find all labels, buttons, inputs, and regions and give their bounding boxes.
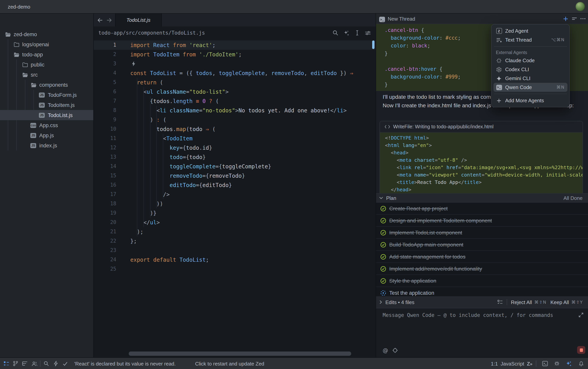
outline-panel-icon[interactable] — [20, 359, 30, 368]
chevron-down-icon — [379, 197, 383, 199]
task-done-check-icon — [380, 230, 386, 236]
tree-item-components[interactable]: components — [0, 80, 93, 90]
tree-item-app-js[interactable]: JSApp.js — [0, 130, 93, 140]
mention-context-icon[interactable]: @ — [383, 347, 388, 353]
panel-more-menu-icon[interactable] — [579, 14, 587, 24]
code-line-25: 25 — [94, 264, 375, 274]
new-thread-plus-icon[interactable] — [561, 14, 570, 24]
code-line-3: 3 — [94, 59, 375, 68]
review-checklist-icon[interactable] — [497, 300, 503, 305]
editor-vertical-scrollbar[interactable] — [372, 41, 374, 49]
nav-forward-icon[interactable] — [105, 16, 113, 24]
ibeam-cursor-icon[interactable] — [355, 30, 360, 36]
indent-guide — [137, 78, 137, 236]
search-icon[interactable] — [332, 30, 338, 36]
breadcrumb[interactable]: todo-app/src/components/TodoList.js — [98, 30, 205, 36]
menu-item-claude-code[interactable]: Claude Code — [494, 56, 567, 65]
plan-item[interactable]: Design and implement TodoItem component — [376, 215, 588, 227]
code-line-22: 22}; — [94, 236, 375, 246]
project-panel-toggle-icon[interactable] — [1, 359, 11, 368]
code-line-19: 19 )} — [94, 208, 375, 218]
search-icon[interactable] — [41, 359, 51, 368]
language-selector[interactable]: JavaScript — [501, 361, 524, 367]
plan-item[interactable]: Implement TodoList component — [376, 227, 588, 239]
ai-assistant-sparkles-icon[interactable] — [564, 359, 574, 368]
diagnostic-message[interactable]: 'React' is declared but its value is nev… — [74, 361, 176, 367]
tree-item-todolist-js[interactable]: JSTodoList.js — [0, 110, 93, 120]
plan-header[interactable]: Plan All Done — [376, 193, 588, 203]
code-line-15: 15 removeTodo={removeTodo} — [94, 171, 375, 180]
tree-item-zed-demo[interactable]: zed-demo — [0, 29, 93, 39]
code-line-12: 12 key={todo.id} — [94, 143, 375, 153]
menu-item-add-more-agents[interactable]: Add More Agents — [494, 96, 567, 105]
crosshair-target-icon[interactable] — [392, 348, 398, 353]
chevron-right-icon[interactable] — [380, 300, 382, 304]
user-avatar[interactable] — [576, 2, 585, 11]
indent-guide — [144, 87, 144, 227]
terminal-panel-icon[interactable] — [540, 359, 549, 368]
tree-item-src[interactable]: src — [0, 70, 93, 80]
tree-item-todoitem-js[interactable]: JSTodoItem.js — [0, 100, 93, 110]
tree-item-logs-openai[interactable]: logs/openai — [0, 39, 93, 49]
code-line-10: 10 todos.map(todo ⇒ ( — [94, 124, 375, 134]
code-line-24: 24export default TodoList; — [94, 255, 375, 264]
edit-prediction-bolt-icon — [132, 61, 136, 66]
update-zed-message[interactable]: Click to restart and update Zed — [195, 361, 264, 367]
notifications-bell-icon[interactable] — [576, 359, 586, 368]
menu-section-label: External Agents — [494, 49, 567, 56]
task-done-check-icon — [380, 217, 386, 223]
code-line-4: 4const TodoList = ({ todos, toggleComple… — [94, 68, 375, 78]
plan-item[interactable]: Add state management for todos — [376, 251, 588, 263]
folder-open-icon — [5, 32, 11, 37]
write-file-tool-card: WriteFile: Writing to todo-app/public/in… — [380, 121, 583, 196]
diff-code-block-html: <!DOCTYPE html><html lang="en"> <head> <… — [380, 133, 583, 195]
menu-separator — [494, 94, 567, 94]
tree-item-app-css[interactable]: CSSApp.css — [0, 120, 93, 130]
thread-history-icon[interactable] — [570, 14, 579, 24]
nav-back-icon[interactable] — [96, 16, 104, 24]
code-line-17: 17 /> — [94, 190, 375, 199]
plan-item[interactable]: Build TodoApp main component — [376, 239, 588, 251]
menu-item-text-thread[interactable]: Text Thread⌥⌘N — [494, 35, 567, 44]
plan-item[interactable]: Create React app project — [376, 203, 588, 215]
menu-item-zed-agent[interactable]: ZZed Agent — [494, 26, 567, 35]
folder-icon — [13, 42, 20, 47]
tree-item-index-js[interactable]: JSindex.js — [0, 140, 93, 151]
tab-todolist[interactable]: TodoList.js — [115, 14, 162, 26]
code-line-8: 8 <li className="no-todos">No todos yet.… — [94, 106, 375, 115]
edit-prediction-icon[interactable]: Z» — [527, 361, 532, 367]
collaboration-people-icon[interactable] — [30, 359, 39, 368]
cursor-position[interactable]: 1:1 — [491, 361, 498, 367]
write-file-header[interactable]: WriteFile: Writing to todo-app/public/in… — [380, 121, 583, 133]
reject-all-button[interactable]: Reject All ⌘⇧N — [511, 299, 547, 305]
plan-list: Create React app project Design and impl… — [376, 203, 588, 299]
runnables-zap-icon[interactable] — [51, 359, 60, 368]
menu-item-gemini-cli[interactable]: Gemini CLI — [494, 74, 567, 83]
tab-label: TodoList.js — [126, 17, 150, 23]
keep-all-shortcut: ⌘⇧Y — [571, 300, 583, 305]
tree-item-todoform-js[interactable]: JSTodoForm.js — [0, 90, 93, 100]
plan-item[interactable]: Style the application — [376, 275, 588, 287]
diagnostics-check-icon[interactable] — [60, 359, 70, 368]
breadcrumb-bar: todo-app/src/components/TodoList.js — [94, 26, 376, 39]
menu-shortcut: ⌘N — [557, 85, 565, 90]
stop-generation-button[interactable] — [577, 346, 585, 354]
git-branch-icon[interactable] — [11, 359, 20, 368]
tree-item-public[interactable]: public — [0, 60, 93, 70]
message-input[interactable]: Message Qwen Code — @ to include context… — [376, 308, 588, 357]
plan-item[interactable]: Implement add/remove/edit functionality — [376, 263, 588, 275]
indent-guide — [163, 134, 163, 199]
code-editor[interactable]: 1import React from 'react';2import TodoI… — [94, 39, 375, 357]
tree-item-todo-app[interactable]: todo-app — [0, 49, 93, 60]
code-line-13: 13 todo={todo} — [94, 153, 375, 162]
menu-item-codex-cli[interactable]: Codex CLI — [494, 65, 567, 74]
code-line-2: 2import TodoItem from './TodoItem'; — [94, 50, 375, 59]
editor-settings-sliders-icon[interactable] — [365, 30, 371, 36]
keep-all-button[interactable]: Keep All ⌘⇧Y — [550, 299, 583, 305]
debugger-bug-icon[interactable] — [552, 359, 562, 368]
menu-item-qwen-code[interactable]: >_Qwen Code⌘N — [494, 83, 567, 92]
editor-horizontal-scrollbar[interactable] — [129, 351, 351, 356]
folder-open-icon — [22, 72, 28, 77]
expand-input-icon[interactable] — [579, 313, 583, 317]
inline-assist-sparkle-icon[interactable] — [343, 30, 350, 36]
